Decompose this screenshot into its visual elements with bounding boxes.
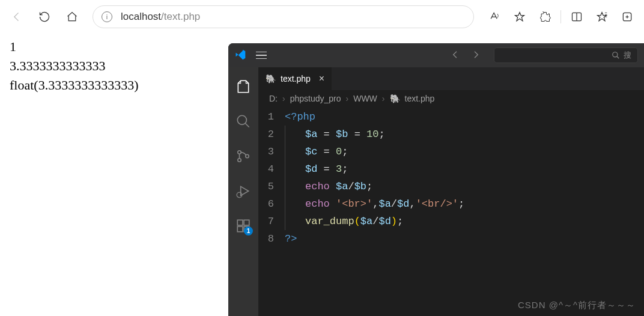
nav-forward-button[interactable] <box>469 47 483 64</box>
svg-rect-9 <box>237 226 243 232</box>
line-gutter: 1 2 3 4 5 6 7 8 <box>258 108 285 248</box>
address-bar[interactable]: i localhost/text.php <box>93 5 474 28</box>
tab-text-php[interactable]: 🐘 text.php × <box>258 67 332 90</box>
home-button[interactable] <box>60 5 84 29</box>
svg-point-4 <box>238 151 241 154</box>
favorite-icon[interactable] <box>508 5 532 29</box>
refresh-button[interactable] <box>32 5 56 29</box>
svg-rect-11 <box>244 220 249 225</box>
code-content[interactable]: <?php $a = $b = 10; $c = 0; $d = 3; echo… <box>285 108 644 248</box>
watermark-text: CSDN @^～^前行者～～～ <box>518 300 636 311</box>
url-text: localhost/text.php <box>121 11 200 23</box>
command-search[interactable]: 搜 <box>494 47 638 63</box>
vscode-window: 搜 1 🐘 text.php × D:› phpstudy_pr <box>228 43 644 316</box>
svg-rect-8 <box>237 220 243 225</box>
favorites-list-icon[interactable] <box>590 5 614 29</box>
activity-bar: 1 <box>228 67 258 316</box>
breadcrumb-part[interactable]: WWW <box>353 94 377 103</box>
split-screen-icon[interactable] <box>565 5 589 29</box>
collections-icon[interactable] <box>615 5 639 29</box>
tab-filename: text.php <box>281 74 311 84</box>
source-control-icon[interactable] <box>229 144 258 168</box>
extensions-activity-icon[interactable]: 1 <box>229 214 258 238</box>
svg-point-2 <box>613 52 618 57</box>
toolbar-separator <box>560 10 561 23</box>
chevron-right-icon: › <box>346 94 349 103</box>
php-file-icon: 🐘 <box>266 74 276 84</box>
activity-search-icon[interactable] <box>229 109 258 133</box>
php-file-icon: 🐘 <box>390 94 400 103</box>
site-info-icon[interactable]: i <box>102 11 112 22</box>
explorer-icon[interactable] <box>229 74 258 99</box>
extensions-badge: 1 <box>244 226 253 235</box>
vscode-logo-icon <box>234 49 246 62</box>
browser-toolbar: i localhost/text.php <box>0 0 644 34</box>
nav-back-button[interactable] <box>448 47 463 64</box>
read-aloud-icon[interactable] <box>482 5 506 29</box>
search-placeholder: 搜 <box>624 50 631 61</box>
chevron-right-icon: › <box>382 94 385 103</box>
breadcrumb-part[interactable]: phpstudy_pro <box>290 94 341 103</box>
breadcrumb-part[interactable]: D: <box>269 94 278 103</box>
breadcrumb-file[interactable]: text.php <box>405 94 435 103</box>
extensions-icon[interactable] <box>533 5 557 29</box>
editor-tabs: 🐘 text.php × <box>258 67 644 90</box>
chevron-right-icon: › <box>282 94 285 103</box>
back-button[interactable] <box>5 5 29 29</box>
svg-point-3 <box>237 115 246 124</box>
editor-area: 🐘 text.php × D:› phpstudy_pro› WWW› 🐘 te… <box>258 67 644 316</box>
vscode-titlebar: 搜 <box>228 43 644 67</box>
code-editor[interactable]: 1 2 3 4 5 6 7 8 <?php $a = $b = 10; $c =… <box>258 107 644 248</box>
svg-point-5 <box>238 159 241 162</box>
menu-button[interactable] <box>254 49 269 62</box>
search-icon <box>612 51 620 59</box>
breadcrumb[interactable]: D:› phpstudy_pro› WWW› 🐘 text.php <box>258 90 644 107</box>
svg-point-6 <box>246 154 249 157</box>
debug-icon[interactable] <box>229 179 258 203</box>
close-tab-icon[interactable]: × <box>319 73 324 84</box>
